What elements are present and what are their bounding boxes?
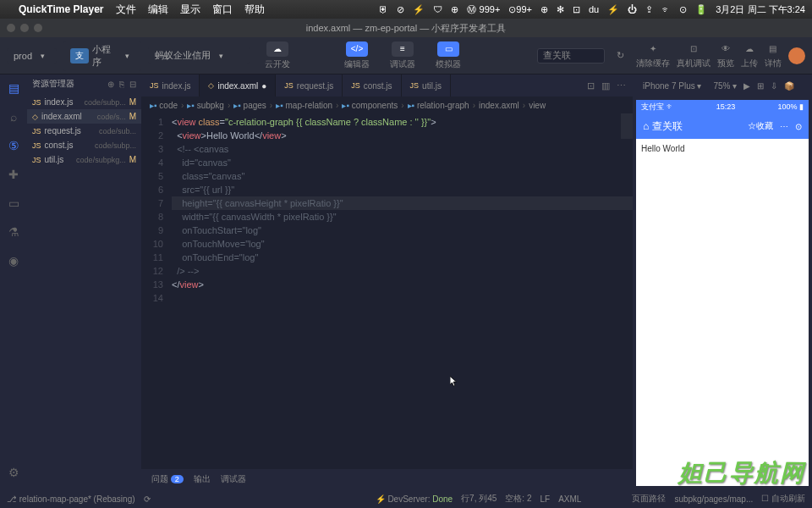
package-icon[interactable]: 📦 bbox=[784, 81, 794, 91]
home-icon[interactable]: ⌂ bbox=[643, 120, 649, 132]
close-icon[interactable]: ⊙ bbox=[795, 122, 802, 131]
gear-icon[interactable]: ⚙ bbox=[5, 464, 22, 481]
breadcrumb-segment[interactable]: ▸▪ map-relation bbox=[276, 101, 332, 110]
file-path: code/sub... bbox=[99, 127, 136, 135]
play-icon[interactable]: ▶ bbox=[743, 81, 750, 91]
avatar[interactable] bbox=[788, 47, 805, 64]
breadcrumb-segment[interactable]: ▸▪ components bbox=[342, 101, 398, 110]
minimap[interactable] bbox=[621, 113, 633, 139]
grid-icon[interactable]: ⊞ bbox=[757, 81, 764, 91]
editor-tab[interactable]: ◇index.axml● bbox=[200, 75, 276, 97]
refresh-button[interactable]: ↻ bbox=[612, 48, 629, 63]
file-kind-icon: ◇ bbox=[208, 81, 214, 90]
editor-tab[interactable]: JSrequest.js bbox=[276, 75, 343, 97]
breadcrumb[interactable]: ▸▪ code›▸▪ subpkg›▸▪ pages›▸▪ map-relati… bbox=[141, 97, 633, 113]
details-button[interactable]: ▤详情 bbox=[765, 42, 782, 69]
sync-icon[interactable]: ◉ bbox=[5, 252, 22, 269]
page-mode[interactable]: 页面路径 bbox=[632, 493, 666, 505]
menubar-tray-icon[interactable]: ✻ bbox=[557, 4, 564, 15]
file-item[interactable]: JSindex.jscode/subp...M bbox=[27, 95, 141, 109]
menubar-tray-icon[interactable]: 🔋 bbox=[695, 4, 707, 15]
indent-info[interactable]: 空格: 2 bbox=[505, 493, 531, 505]
editor-tab[interactable]: JSconst.js bbox=[343, 75, 401, 97]
editor-mode-button[interactable]: </>编辑器 bbox=[336, 38, 378, 74]
more-icon[interactable]: ⋯ bbox=[780, 122, 788, 131]
menubar-tray-icon[interactable]: ⚡ bbox=[413, 4, 425, 15]
menubar-tray-icon[interactable]: du bbox=[589, 4, 599, 14]
favorite-button[interactable]: ☆收藏 bbox=[748, 120, 773, 132]
simulator-screen[interactable]: 支付宝 ᯤ15:23100% ▮ ⌂查关联 ☆收藏⋯⊙ Hello World bbox=[636, 100, 809, 486]
breadcrumb-segment[interactable]: index.axml bbox=[479, 101, 519, 110]
menubar-clock[interactable]: 3月2日 周二 下午3:24 bbox=[716, 3, 805, 16]
menu-window[interactable]: 窗口 bbox=[212, 3, 233, 17]
menu-file[interactable]: 文件 bbox=[116, 3, 136, 17]
breadcrumb-segment[interactable]: ▸▪ code bbox=[150, 101, 178, 110]
menubar-tray-icon[interactable]: ⏻ bbox=[628, 4, 637, 14]
debugger-mode-button[interactable]: ≡调试器 bbox=[381, 38, 424, 74]
cursor-position[interactable]: 行7, 列45 bbox=[461, 493, 497, 505]
editor-tab[interactable]: JSindex.js bbox=[141, 75, 200, 97]
breadcrumb-segment[interactable]: ▸▪ pages bbox=[233, 101, 266, 110]
explorer-icon[interactable]: ▤ bbox=[5, 80, 22, 97]
editor-tab[interactable]: JSutil.js bbox=[402, 75, 451, 97]
new-file-icon[interactable]: ⊕ bbox=[107, 80, 114, 89]
clear-cache-button[interactable]: ✦清除缓存 bbox=[636, 42, 670, 69]
menubar-tray-icon[interactable]: ⊕ bbox=[540, 4, 548, 15]
file-item[interactable]: JSutil.jscode/subpkg...M bbox=[27, 152, 141, 167]
remote-debug-button[interactable]: ⊡真机调试 bbox=[677, 42, 710, 69]
menubar-tray-icon[interactable]: ⇪ bbox=[645, 4, 653, 15]
output-tab[interactable]: 输出 bbox=[194, 473, 211, 485]
zoom-dropdown[interactable]: 75% ▾ bbox=[714, 81, 738, 91]
eol-info[interactable]: LF bbox=[540, 494, 550, 504]
search-input[interactable] bbox=[537, 48, 605, 64]
sync-status-icon[interactable]: ⟳ bbox=[144, 494, 151, 504]
cloud-dev-button[interactable]: ☁云开发 bbox=[256, 38, 299, 74]
storage-icon[interactable]: ▭ bbox=[5, 195, 22, 212]
preview-button[interactable]: 👁预览 bbox=[717, 42, 734, 69]
editor-tabs: JSindex.js◇index.axml●JSrequest.jsJScons… bbox=[141, 75, 633, 97]
simulator-mode-button[interactable]: ▭模拟器 bbox=[427, 38, 469, 74]
lock-icon[interactable]: ⇩ bbox=[771, 81, 777, 91]
menu-help[interactable]: 帮助 bbox=[244, 3, 265, 17]
collapse-icon[interactable]: ⊟ bbox=[129, 80, 136, 89]
auto-refresh-toggle[interactable]: ☐ 自动刷新 bbox=[761, 493, 805, 505]
lab-icon[interactable]: ⚗ bbox=[5, 224, 22, 240]
select-icon[interactable]: ⊡ bbox=[587, 80, 595, 91]
menubar-tray-icon[interactable]: ⛨ bbox=[379, 4, 388, 14]
menubar-tray-icon[interactable]: ⊡ bbox=[573, 4, 580, 15]
problems-tab[interactable]: 问题 2 bbox=[151, 473, 184, 485]
menubar-tray-icon[interactable]: ⊕ bbox=[451, 4, 458, 15]
app-type-dropdown[interactable]: 支小程序 bbox=[63, 41, 141, 71]
git-branch[interactable]: ⎇ relation-map-page* (Rebasing) bbox=[7, 494, 135, 504]
file-item[interactable]: JSrequest.jscode/sub... bbox=[27, 124, 141, 138]
menubar-tray-icon[interactable]: Ⓜ 999+ bbox=[467, 3, 500, 16]
menubar-app-name[interactable]: QuickTime Player bbox=[19, 3, 104, 15]
menubar-tray-icon[interactable]: ⊘ bbox=[397, 4, 404, 15]
file-item[interactable]: ◇index.axmlcode/s...M bbox=[27, 109, 141, 124]
menubar-tray-icon[interactable]: ⊙99+ bbox=[508, 4, 532, 15]
device-dropdown[interactable]: iPhone 7 Plus ▾ bbox=[638, 80, 707, 92]
menubar-tray-icon[interactable]: ᯤ bbox=[661, 4, 671, 14]
search-icon[interactable]: ⌕ bbox=[5, 108, 22, 125]
breadcrumb-segment[interactable]: view bbox=[529, 101, 546, 110]
menu-view[interactable]: 显示 bbox=[180, 3, 200, 17]
breadcrumb-segment[interactable]: ▸▪ relation-graph bbox=[408, 101, 469, 110]
menubar-tray-icon[interactable]: ⚡ bbox=[607, 4, 619, 15]
menubar-tray-icon[interactable]: 🛡 bbox=[433, 4, 442, 14]
menubar-tray-icon[interactable]: ⊙ bbox=[679, 4, 687, 15]
extensions-icon[interactable]: ✚ bbox=[5, 166, 22, 183]
window-traffic-lights[interactable] bbox=[7, 24, 42, 32]
language-mode[interactable]: AXML bbox=[558, 494, 581, 504]
project-dropdown[interactable]: 蚂蚁企业信用 bbox=[148, 47, 250, 64]
breadcrumb-segment[interactable]: ▸▪ subpkg bbox=[187, 101, 224, 110]
code-editor[interactable]: 1234567891011121314 <view class="c-relat… bbox=[141, 113, 633, 469]
upload-button[interactable]: ☁上传 bbox=[741, 42, 758, 69]
more-icon[interactable]: ⋯ bbox=[617, 80, 626, 91]
file-item[interactable]: JSconst.jscode/subp... bbox=[27, 138, 141, 152]
split-icon[interactable]: ▥ bbox=[601, 80, 610, 91]
env-dropdown[interactable]: prod bbox=[7, 48, 57, 64]
menu-edit[interactable]: 编辑 bbox=[148, 3, 168, 17]
copy-icon[interactable]: ⎘ bbox=[119, 80, 124, 89]
source-control-icon[interactable]: ⑤ bbox=[5, 137, 22, 154]
debug-console-tab[interactable]: 调试器 bbox=[221, 473, 246, 485]
